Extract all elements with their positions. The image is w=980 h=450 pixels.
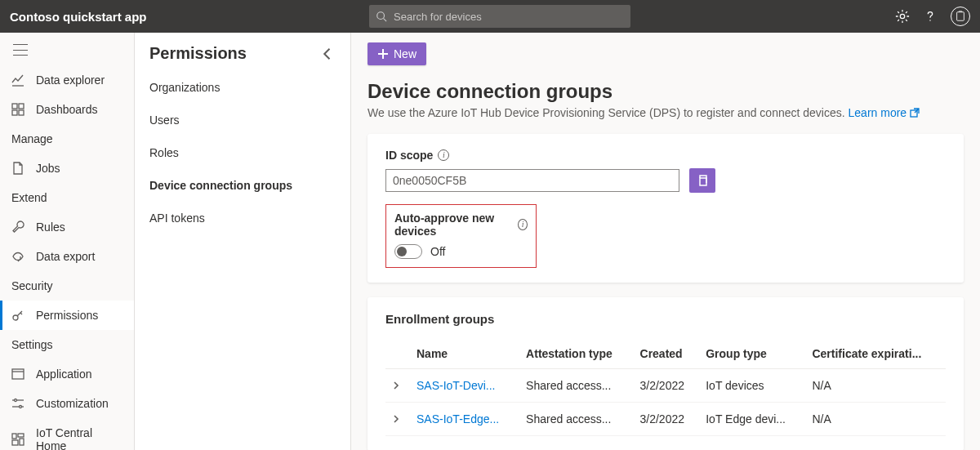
info-icon[interactable]: i (518, 219, 528, 230)
search-box[interactable] (369, 5, 630, 28)
topbar-right (895, 7, 970, 26)
topbar: Contoso quickstart app (0, 0, 980, 33)
hamburger-icon[interactable] (13, 44, 28, 56)
nav-section-manage: Manage (0, 124, 134, 154)
plus-icon (377, 48, 389, 60)
cell-group-type: IoT Edge devi... (699, 403, 805, 436)
nav-item-application[interactable]: Application (0, 359, 134, 389)
id-scope-label: ID scope i (385, 149, 946, 162)
collapse-chevron-icon[interactable] (319, 46, 336, 62)
nav-label: Data export (36, 250, 95, 263)
svg-rect-5 (12, 104, 17, 109)
sub-item-api-tokens[interactable]: API tokens (135, 202, 350, 234)
gear-icon[interactable] (895, 9, 910, 24)
sub-title: Permissions (149, 44, 319, 63)
nav-item-customization[interactable]: Customization (0, 389, 134, 418)
table-header-row: Name Attestation type Created Group type… (385, 339, 946, 369)
nav-label: IoT Central Home (36, 426, 122, 450)
id-scope-input[interactable] (385, 169, 679, 192)
svg-rect-17 (18, 434, 24, 437)
col-cert-exp[interactable]: Certificate expirati... (805, 339, 946, 369)
cell-created: 3/2/2022 (634, 403, 700, 436)
document-icon (11, 162, 24, 175)
chart-icon (11, 74, 24, 87)
table-row[interactable]: SAS-IoT-Edge... Shared access... 3/2/202… (385, 403, 946, 436)
window-icon (11, 368, 24, 381)
settings-card: ID scope i Auto-approve new devices i Of… (368, 134, 964, 283)
search-input[interactable] (394, 11, 624, 23)
svg-point-2 (900, 14, 904, 18)
external-link-icon (910, 108, 920, 118)
table-row[interactable]: SAS-IoT-Devi... Shared access... 3/2/202… (385, 369, 946, 403)
cell-name[interactable]: SAS-IoT-Devi... (410, 369, 519, 403)
nav-item-data-explorer[interactable]: Data explorer (0, 65, 134, 95)
nav-item-permissions[interactable]: Permissions (0, 301, 134, 330)
auto-approve-highlight: Auto-approve new devices i Off (385, 204, 537, 268)
new-button-label: New (394, 47, 416, 60)
svg-rect-19 (20, 439, 24, 445)
body: Data explorer Dashboards Manage Jobs Ext… (0, 33, 980, 450)
expand-cell[interactable] (385, 403, 410, 436)
app-title: Contoso quickstart app (10, 10, 369, 24)
sliders-icon (11, 397, 24, 410)
col-group-type[interactable]: Group type (699, 339, 805, 369)
sub-item-roles[interactable]: Roles (135, 136, 350, 169)
wrench-icon (11, 221, 24, 234)
sub-item-device-connection-groups[interactable]: Device connection groups (135, 169, 350, 202)
nav-section-security: Security (0, 271, 134, 301)
col-created[interactable]: Created (634, 339, 700, 369)
enrollment-title: Enrollment groups (385, 312, 946, 326)
page-title: Device connection groups (368, 80, 964, 103)
search-icon (376, 11, 387, 22)
key-icon (11, 309, 24, 322)
nav-label: Rules (36, 221, 65, 234)
feedback-icon[interactable] (951, 7, 970, 26)
cell-group-type: IoT devices (699, 369, 805, 403)
svg-rect-23 (700, 178, 706, 185)
copy-icon (697, 175, 708, 186)
auto-approve-toggle[interactable] (394, 244, 422, 259)
svg-line-1 (384, 19, 387, 22)
hamburger-row (0, 38, 134, 65)
learn-more-link[interactable]: Learn more (849, 106, 920, 119)
svg-rect-6 (19, 104, 24, 109)
sub-panel: Permissions Organizations Users Roles De… (135, 33, 351, 450)
nav-section-settings: Settings (0, 330, 134, 359)
svg-point-3 (929, 20, 930, 20)
new-button[interactable]: New (368, 42, 426, 65)
copy-button[interactable] (689, 168, 715, 193)
toggle-state-label: Off (430, 245, 445, 258)
cell-created: 3/2/2022 (634, 369, 700, 403)
cell-attestation: Shared access... (519, 369, 633, 403)
nav-label: Jobs (36, 162, 60, 175)
sub-item-users[interactable]: Users (135, 104, 350, 136)
nav-label: Permissions (36, 309, 98, 322)
svg-rect-7 (12, 110, 17, 115)
info-icon[interactable]: i (438, 149, 449, 161)
help-icon[interactable] (923, 9, 938, 24)
sub-header: Permissions (135, 33, 350, 71)
svg-rect-8 (19, 110, 24, 115)
nav-label: Data explorer (36, 74, 105, 87)
cell-cert-exp: N/A (805, 369, 946, 403)
svg-rect-4 (957, 12, 964, 21)
enrollment-card: Enrollment groups Name Attestation type … (368, 297, 964, 450)
nav-item-iot-home[interactable]: IoT Central Home (0, 418, 134, 450)
auto-approve-label: Auto-approve new devices i (394, 212, 528, 238)
cell-name[interactable]: SAS-IoT-Edge... (410, 403, 519, 436)
col-attestation[interactable]: Attestation type (519, 339, 633, 369)
nav-item-data-export[interactable]: Data export (0, 242, 134, 271)
svg-point-0 (377, 12, 385, 20)
export-icon (11, 250, 24, 263)
page-desc-text: We use the Azure IoT Hub Device Provisio… (368, 106, 849, 119)
main-content: New Device connection groups We use the … (351, 33, 980, 450)
nav-label: Dashboards (36, 103, 98, 116)
svg-rect-10 (12, 369, 24, 379)
col-name[interactable]: Name (410, 339, 519, 369)
nav-item-dashboards[interactable]: Dashboards (0, 95, 134, 124)
nav-label: Application (36, 368, 92, 381)
sub-item-organizations[interactable]: Organizations (135, 71, 350, 104)
expand-cell[interactable] (385, 369, 410, 403)
nav-item-jobs[interactable]: Jobs (0, 154, 134, 183)
nav-item-rules[interactable]: Rules (0, 212, 134, 242)
